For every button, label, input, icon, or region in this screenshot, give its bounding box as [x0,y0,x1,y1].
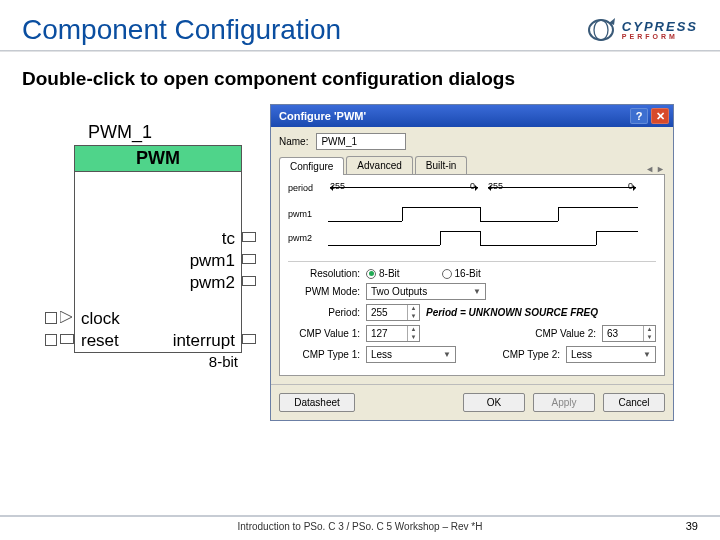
tab-configure[interactable]: Configure [279,157,344,175]
close-button[interactable]: ✕ [651,108,669,124]
cmp2-label: CMP Value 2: [518,328,596,339]
radio-8bit[interactable]: 8-Bit [366,268,400,279]
slide-subtitle: Double-click to open component configura… [0,62,720,104]
dialog-titlebar[interactable]: Configure 'PWM' ? ✕ [271,105,673,127]
logo-sub: PERFORM [622,33,698,40]
cmpt2-label: CMP Type 2: [482,349,560,360]
tab-scroll[interactable]: ◄► [645,164,665,174]
title-rule [0,50,720,52]
chevron-down-icon: ▼ [443,350,451,359]
svg-point-1 [594,20,608,40]
logo-word: CYPRESS [622,20,698,33]
chevron-down-icon: ▼ [473,287,481,296]
period-input[interactable]: 255▲▼ [366,304,420,321]
pwm-mode-select[interactable]: Two Outputs▼ [366,283,486,300]
pin-clock: clock [75,308,241,330]
pin-pwm2: pwm2 [75,272,241,294]
cancel-button[interactable]: Cancel [603,393,665,412]
pwm-mode-label: PWM Mode: [288,286,360,297]
cmpt1-label: CMP Type 1: [288,349,360,360]
slide-footer: Introduction to PSo. C 3 / PSo. C 5 Work… [0,515,720,532]
page-number: 39 [686,520,698,532]
dialog-title: Configure 'PWM' [279,110,366,122]
datasheet-button[interactable]: Datasheet [279,393,355,412]
cmp2-input[interactable]: 63▲▼ [602,325,656,342]
tab-advanced[interactable]: Advanced [346,156,412,174]
apply-button[interactable]: Apply [533,393,595,412]
pin-reset-interrupt: reset interrupt [75,330,241,352]
cmpt1-select[interactable]: Less▼ [366,346,456,363]
tab-builtin[interactable]: Built-in [415,156,468,174]
slide-title: Component Configuration [22,14,341,46]
resolution-label: Resolution: [288,268,360,279]
cmp1-label: CMP Value 1: [288,328,360,339]
period-label: Period: [288,307,360,318]
configure-dialog: Configure 'PWM' ? ✕ Name: PWM_1 Configur… [270,104,674,421]
component-symbol[interactable]: PWM_1 PWM tc pwm1 pwm2 clock reset inter… [22,122,252,421]
help-button[interactable]: ? [630,108,648,124]
component-resolution: 8-bit [74,353,242,370]
period-freq-note: Period = UNKNOWN SOURCE FREQ [426,307,598,318]
name-label: Name: [279,136,308,147]
chevron-down-icon: ▼ [643,350,651,359]
component-type: PWM [75,146,241,172]
cypress-logo: CYPRESS PERFORM [588,16,698,44]
component-instance-name: PWM_1 [22,122,252,143]
radio-16bit[interactable]: 16-Bit [442,268,481,279]
pin-pwm1: pwm1 [75,250,241,272]
tab-strip: Configure Advanced Built-in ◄► [279,156,665,175]
name-input[interactable]: PWM_1 [316,133,406,150]
ok-button[interactable]: OK [463,393,525,412]
pin-tc: tc [75,228,241,250]
cmpt2-select[interactable]: Less▼ [566,346,656,363]
waveform-preview: period pwm1 pwm2 255 0 255 0 [288,183,656,255]
cmp1-input[interactable]: 127▲▼ [366,325,420,342]
